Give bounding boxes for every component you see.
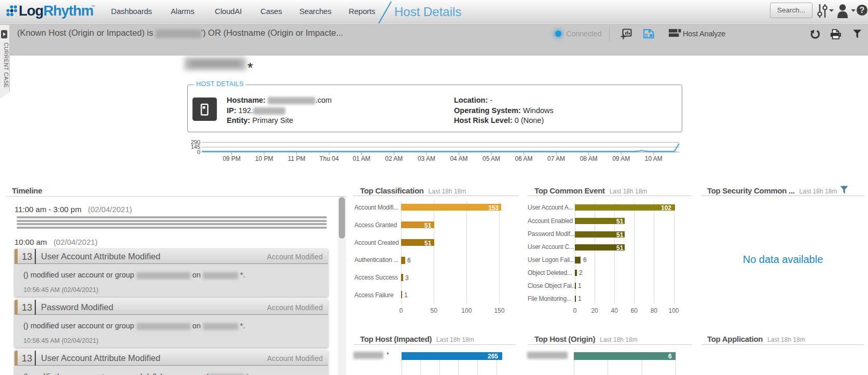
svg-text:09 AM: 09 AM bbox=[612, 155, 630, 162]
svg-text:?: ? bbox=[860, 6, 865, 15]
svg-text:09 PM: 09 PM bbox=[223, 155, 241, 162]
svg-text:0: 0 bbox=[197, 149, 200, 155]
svg-text:06 AM: 06 AM bbox=[515, 155, 532, 162]
svg-text:05 AM: 05 AM bbox=[483, 155, 500, 162]
svg-text:LogRhythm: LogRhythm bbox=[19, 3, 93, 19]
svg-text:02 AM: 02 AM bbox=[385, 155, 403, 162]
svg-text:10 PM: 10 PM bbox=[255, 155, 273, 162]
svg-text:™: ™ bbox=[91, 5, 95, 8]
svg-text:08 AM: 08 AM bbox=[580, 155, 598, 162]
svg-text:10 AM: 10 AM bbox=[645, 155, 663, 162]
svg-text:07 AM: 07 AM bbox=[547, 155, 565, 162]
svg-text:11 PM: 11 PM bbox=[288, 155, 306, 162]
svg-text:Thu 04: Thu 04 bbox=[320, 155, 339, 162]
svg-text:03 AM: 03 AM bbox=[418, 155, 435, 162]
svg-text:01 AM: 01 AM bbox=[353, 155, 370, 162]
svg-text:04 AM: 04 AM bbox=[450, 155, 467, 162]
